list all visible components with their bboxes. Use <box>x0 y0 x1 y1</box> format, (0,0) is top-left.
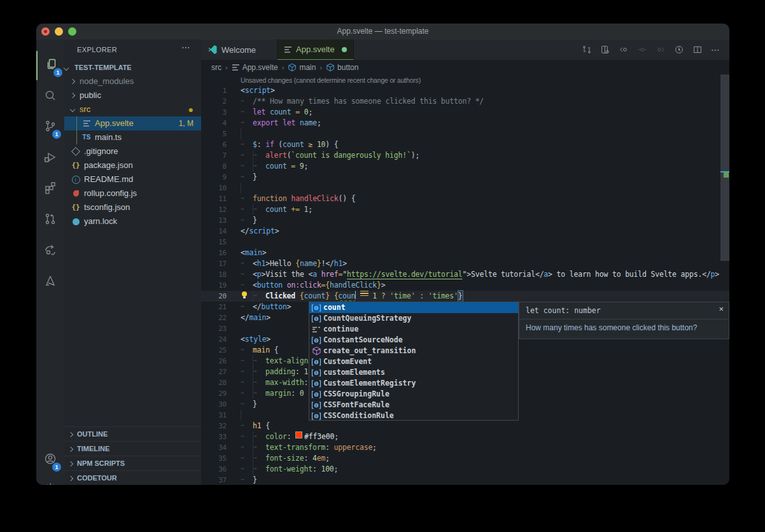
code-line-1[interactable]: 1<script> <box>201 85 729 96</box>
code-line-18[interactable]: 18<p>Visit the <a href="https://svelte.d… <box>201 269 729 280</box>
nav-current-icon[interactable] <box>637 45 647 55</box>
file-row-yarn-lock[interactable]: yarn.lock <box>64 214 201 228</box>
line-number[interactable]: 18 <box>201 269 227 280</box>
line-number[interactable]: 12 <box>201 204 227 215</box>
tab-welcome[interactable]: Welcome <box>201 39 277 60</box>
code-line-8[interactable]: 8count = 9; <box>201 161 729 172</box>
section-npm-scripts[interactable]: NPM SCRIPTS <box>64 456 201 470</box>
code-line-36[interactable]: 36font-weight: 100; <box>201 464 729 475</box>
line-number[interactable]: 1 <box>201 85 227 96</box>
source-control-activity-item[interactable]: 1 <box>36 113 64 142</box>
code-line-6[interactable]: 6$: if (count ≥ 10) { <box>201 139 729 150</box>
code-line-34[interactable]: 34text-transform: uppercase; <box>201 442 729 453</box>
code-line-12[interactable]: 12count += 1; <box>201 204 729 215</box>
more-actions-icon[interactable]: ⋯ <box>711 45 720 55</box>
suggest-item-count[interactable]: count <box>309 302 518 313</box>
file-row-rollup-config-js[interactable]: rollup.config.js <box>64 186 201 200</box>
line-number[interactable]: 5 <box>201 129 227 139</box>
section-codetour[interactable]: CODETOUR <box>64 470 201 485</box>
nav-forward-icon[interactable] <box>656 45 666 55</box>
suggest-item-cssconditionrule[interactable]: CSSConditionRule <box>309 410 518 421</box>
line-number[interactable]: 21 <box>201 302 227 312</box>
line-number[interactable]: 10 <box>201 183 227 193</box>
root-folder-row[interactable]: TEST-TEMPLATE <box>64 60 201 74</box>
github-pr-activity-item[interactable] <box>36 206 64 235</box>
code-line-4[interactable]: 4export let name; <box>201 118 729 129</box>
code-line-10[interactable]: 10 <box>201 183 729 193</box>
suggest-item-customelements[interactable]: customElements <box>309 367 518 378</box>
code-line-17[interactable]: 17<h1>Hello {name}!</h1> <box>201 258 729 269</box>
line-number[interactable]: 35 <box>201 453 227 464</box>
scrollbar[interactable] <box>720 74 729 485</box>
code-line-37[interactable]: 37} <box>201 475 729 485</box>
line-number[interactable]: 32 <box>201 421 227 431</box>
line-number[interactable]: 9 <box>201 172 227 183</box>
accounts-activity-item[interactable]: 1 <box>36 445 64 475</box>
code-line-19[interactable]: 19<button on:click={handleClick}> <box>201 280 729 291</box>
file-row--gitignore[interactable]: .gitignore <box>64 144 201 158</box>
lightbulb-icon[interactable] <box>241 291 253 302</box>
azure-activity-item[interactable] <box>36 267 64 297</box>
open-preview-icon[interactable] <box>600 45 610 55</box>
line-number[interactable]: 11 <box>201 193 227 204</box>
scrollbar-slider[interactable] <box>720 74 729 261</box>
line-number[interactable]: 31 <box>201 410 227 421</box>
suggest-item-constantsourcenode[interactable]: ConstantSourceNode <box>309 335 518 346</box>
breadcrumb-item-button[interactable]: button <box>326 63 358 72</box>
suggest-item-customevent[interactable]: CustomEvent <box>309 356 518 367</box>
line-number[interactable]: 7 <box>201 150 227 161</box>
code-line-20[interactable]: 20Clicked {count} {coun 1 ? 'time' : 'ti… <box>201 291 729 302</box>
line-number[interactable]: 17 <box>201 258 227 269</box>
code-line-35[interactable]: 35font-size: 4em; <box>201 453 729 464</box>
breadcrumb-item-app-svelte[interactable]: App.svelte <box>232 63 278 72</box>
line-number[interactable]: 22 <box>201 312 227 323</box>
suggest-item-continue[interactable]: continue <box>309 324 518 335</box>
code-line-5[interactable]: 5 <box>201 129 729 139</box>
code-line-33[interactable]: 33color: #ff3e00; <box>201 431 729 442</box>
suggest-item-countqueuingstrategy[interactable]: CountQueuingStrategy <box>309 313 518 324</box>
search-activity-item[interactable] <box>36 82 64 111</box>
run-timer-icon[interactable] <box>674 45 684 55</box>
line-number[interactable]: 29 <box>201 388 227 399</box>
section-outline[interactable]: OUTLINE <box>64 426 201 441</box>
extensions-activity-item[interactable] <box>36 174 64 204</box>
suggest-item-customelementregistry[interactable]: CustomElementRegistry <box>309 378 518 389</box>
file-row-node-modules[interactable]: node_modules <box>64 74 201 88</box>
file-row-package-json[interactable]: {}package.json <box>64 158 201 172</box>
line-number[interactable]: 24 <box>201 334 227 345</box>
line-number[interactable]: 3 <box>201 107 227 118</box>
line-number[interactable]: 6 <box>201 139 227 150</box>
line-number[interactable]: 33 <box>201 431 227 442</box>
file-row-main-ts[interactable]: TSmain.ts <box>64 130 201 144</box>
line-number[interactable]: 37 <box>201 475 227 485</box>
code-line-14[interactable]: 14</script> <box>201 226 729 237</box>
breadcrumb-item-main[interactable]: main <box>288 63 316 72</box>
line-number[interactable]: 26 <box>201 356 227 367</box>
code-line-9[interactable]: 9} <box>201 172 729 183</box>
file-row-src[interactable]: src● <box>64 102 201 116</box>
tab-app-svelte[interactable]: App.svelte <box>277 39 354 60</box>
line-number[interactable]: 19 <box>201 280 227 291</box>
file-row-app-svelte[interactable]: App.svelte1, M <box>64 116 201 130</box>
breadcrumb-item-src[interactable]: src <box>211 63 221 72</box>
file-row-tsconfig-json[interactable]: {}tsconfig.json <box>64 200 201 214</box>
file-row-public[interactable]: public <box>64 88 201 102</box>
line-number[interactable]: 13 <box>201 215 227 226</box>
line-number[interactable]: 28 <box>201 377 227 388</box>
line-number[interactable]: 34 <box>201 442 227 453</box>
code-line-2[interactable]: 2/** How many times has someone clicked … <box>201 96 729 107</box>
file-row-readme-md[interactable]: iREADME.md <box>64 172 201 186</box>
line-number[interactable]: 20 <box>201 291 227 302</box>
code-line-7[interactable]: 7alert(`count is dangerously high!`); <box>201 150 729 161</box>
compare-changes-icon[interactable] <box>582 45 592 55</box>
code-line-16[interactable]: 16<main> <box>201 248 729 258</box>
line-number[interactable]: 30 <box>201 399 227 410</box>
line-number[interactable]: 25 <box>201 345 227 356</box>
line-number[interactable]: 23 <box>201 323 227 334</box>
suggest-item-cssfontfacerule[interactable]: CSSFontFaceRule <box>309 400 518 410</box>
line-number[interactable]: 14 <box>201 226 227 237</box>
run-debug-activity-item[interactable] <box>36 144 64 173</box>
line-number[interactable]: 4 <box>201 118 227 129</box>
code-line-15[interactable]: 15 <box>201 237 729 248</box>
line-number[interactable]: 8 <box>201 161 227 172</box>
